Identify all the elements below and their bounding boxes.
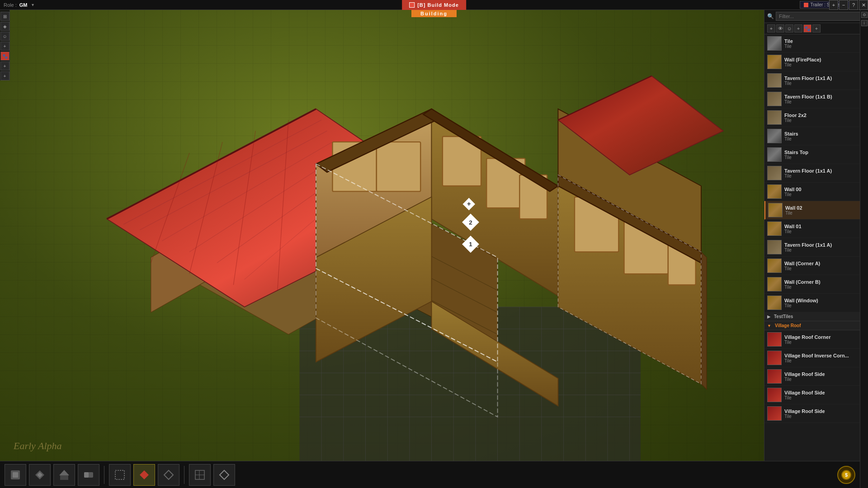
build-mode-label: [B] Build Mode <box>417 2 459 8</box>
viewport[interactable]: + 2 1 Early Alpha <box>0 10 764 461</box>
info-btn[interactable]: i <box>861 20 868 26</box>
tile-item[interactable]: Tavern Floor (1x1 A) Tile <box>764 71 868 90</box>
select-tool-btn[interactable] <box>109 464 131 486</box>
wall-tool-btn[interactable] <box>29 464 51 486</box>
tile-item[interactable]: Tavern Floor (1x1 B) Tile <box>764 90 868 108</box>
paw-btn[interactable]: 🐾 <box>803 24 811 33</box>
add-item-btn[interactable]: + <box>767 24 775 33</box>
eraser-tool-btn[interactable] <box>78 464 99 486</box>
tile-thumbnail <box>767 351 782 365</box>
role-value: GM <box>19 2 28 8</box>
tile-thumbnail <box>767 147 782 162</box>
tile-item[interactable]: Floor 2x2 Tile <box>764 108 868 127</box>
stamp-tool-btn[interactable] <box>158 464 179 486</box>
tool-diamond[interactable]: ◈ <box>0 22 9 31</box>
tile-thumbnail <box>767 36 782 51</box>
recording-icon <box>804 3 808 7</box>
svg-rect-70 <box>13 472 18 478</box>
tile-info: Wall 00 Tile <box>784 187 865 197</box>
tile-thumbnail <box>767 129 782 143</box>
tile-item[interactable]: Stairs Top Tile <box>764 145 868 164</box>
grid-tool-btn[interactable] <box>189 464 211 486</box>
role-label: Role : <box>0 2 19 8</box>
top-far-right-buttons: + − ? ✕ <box>829 0 868 10</box>
settings-btn[interactable]: ⚙ <box>861 12 868 18</box>
tile-info: Stairs Tile <box>784 131 865 141</box>
tool-plus-1[interactable]: + <box>0 61 9 70</box>
add-btn-2[interactable]: + <box>794 24 802 33</box>
tile-item-wall02[interactable]: Wall 02 Tile <box>764 201 868 220</box>
tile-item-village-roof-side-2[interactable]: Village Roof Side Tile <box>764 386 868 404</box>
roof-tool-btn[interactable] <box>53 464 75 486</box>
tool-paw[interactable]: 🐾 <box>0 52 9 61</box>
role-dropdown-icon[interactable]: ▾ <box>28 2 38 7</box>
tile-info: Tavern Floor (1x1 B) Tile <box>784 94 865 104</box>
close-btn[interactable]: ✕ <box>859 0 868 10</box>
tile-thumbnail <box>767 258 782 273</box>
top-center: [B] Build Mode <box>402 0 466 10</box>
toolbar-divider <box>104 466 104 484</box>
tile-item-village-roof-inverse[interactable]: Village Roof Inverse Corn... Tile <box>764 349 868 367</box>
person-btn[interactable]: ☺ <box>785 24 793 33</box>
tile-info: Stairs Top Tile <box>784 150 865 160</box>
tile-info: Village Roof Side Tile <box>784 408 865 419</box>
tile-info: Village Roof Corner Tile <box>784 334 865 345</box>
tile-info: Wall (Window) Tile <box>784 298 865 308</box>
section-label: Village Roof <box>775 323 801 328</box>
section-village-roof[interactable]: Village Roof <box>764 321 868 330</box>
svg-rect-74 <box>60 475 68 480</box>
tile-item[interactable]: Tavern Floor (1x1 A) Tile <box>764 164 868 183</box>
tile-info: Wall 02 Tile <box>785 205 865 216</box>
tile-info: Wall (FirePlace) Tile <box>784 57 865 67</box>
tile-info: Wall (Corner A) Tile <box>784 261 865 271</box>
add-window-btn[interactable]: + <box>829 0 838 10</box>
tool-plus-2[interactable]: + <box>0 71 9 80</box>
tile-item[interactable]: Tavern Floor (1x1 A) Tile <box>764 238 868 257</box>
add-btn-3[interactable]: + <box>812 24 821 33</box>
toolbar-divider-2 <box>184 466 184 484</box>
tile-info: Village Roof Side Tile <box>784 371 865 382</box>
tile-item-wall01[interactable]: Wall 01 Tile <box>764 220 868 238</box>
tile-item-village-roof-side-3[interactable]: Village Roof Side Tile <box>764 404 868 423</box>
gold-coin-btn[interactable]: $ <box>837 466 855 484</box>
tile-item-wall00[interactable]: Wall 00 Tile <box>764 183 868 201</box>
help-btn[interactable]: ? <box>849 0 858 10</box>
tile-list-scroll[interactable]: Tile Tile Wall (FirePlace) Tile Tavern F… <box>764 34 868 461</box>
tool-person[interactable]: ☺ <box>0 32 9 41</box>
tile-thumbnail <box>767 332 782 347</box>
filter-input[interactable] <box>776 12 865 21</box>
svg-marker-78 <box>140 470 149 479</box>
paint-tool-btn[interactable] <box>133 464 155 486</box>
tile-item[interactable]: Tile Tile <box>764 34 868 53</box>
tile-thumbnail <box>768 203 783 217</box>
tile-info: Village Roof Inverse Corn... Tile <box>784 353 865 363</box>
tool-grid[interactable]: ⊞ <box>0 12 9 21</box>
tile-thumbnail <box>767 406 782 421</box>
bottom-right-tools: $ <box>837 466 855 484</box>
tile-item[interactable]: Wall (Corner B) Tile <box>764 275 868 294</box>
minimize-btn[interactable]: − <box>839 0 848 10</box>
tile-info: Wall 01 Tile <box>784 224 865 234</box>
tile-info: Tavern Floor (1x1 A) Tile <box>784 242 865 253</box>
diamond2-tool-btn[interactable] <box>213 464 235 486</box>
tile-item-stairs[interactable]: Stairs Tile <box>764 127 868 145</box>
tile-thumbnail <box>767 240 782 254</box>
tile-thumbnail <box>767 277 782 291</box>
far-right-panel: ⚙ i <box>860 10 868 488</box>
svg-rect-76 <box>84 472 89 478</box>
tile-item[interactable]: Wall (Corner A) Tile <box>764 257 868 275</box>
tile-item-village-roof-corner[interactable]: Village Roof Corner Tile <box>764 330 868 349</box>
visibility-btn[interactable]: 👁 <box>776 24 784 33</box>
tile-item[interactable]: Wall (FirePlace) Tile <box>764 53 868 71</box>
tile-info: Wall (Corner B) Tile <box>784 279 865 290</box>
tool-add[interactable]: + <box>0 42 9 51</box>
floor-tool-btn[interactable] <box>5 464 26 486</box>
tile-info: Tavern Floor (1x1 A) Tile <box>784 168 865 178</box>
svg-marker-83 <box>220 470 229 479</box>
tile-thumbnail <box>767 296 782 310</box>
tile-thumbnail <box>767 221 782 236</box>
top-bar: Role : GM ▾ [B] Build Mode Building 🔥 ⌛ … <box>0 0 868 10</box>
section-test-tiles[interactable]: TestTiles <box>764 312 868 321</box>
tile-item-village-roof-side-1[interactable]: Village Roof Side Tile <box>764 367 868 386</box>
tile-item[interactable]: Wall (Window) Tile <box>764 294 868 312</box>
